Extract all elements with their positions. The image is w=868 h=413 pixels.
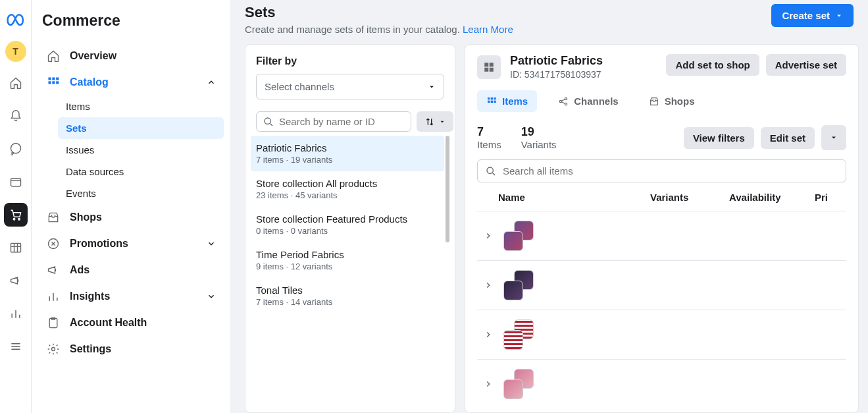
chevron-right-icon[interactable] bbox=[482, 231, 494, 240]
nav-label: Account Health bbox=[70, 317, 147, 329]
set-title: Store collection Featured Products bbox=[256, 213, 439, 225]
page-header: Sets Create and manage sets of items in … bbox=[230, 0, 868, 39]
svg-rect-20 bbox=[491, 97, 493, 99]
nav-label: Ads bbox=[70, 264, 89, 276]
tab-shops[interactable]: Shops bbox=[640, 90, 704, 112]
set-meta: 0 items · 0 variants bbox=[256, 226, 439, 236]
orders-icon[interactable] bbox=[4, 170, 28, 194]
nav-overview[interactable]: Overview bbox=[38, 43, 224, 69]
set-row[interactable]: Store collection All products 23 items ·… bbox=[251, 171, 444, 207]
svg-rect-24 bbox=[494, 100, 496, 102]
chat-icon[interactable] bbox=[4, 137, 28, 161]
svg-rect-19 bbox=[488, 97, 490, 99]
caret-down-icon bbox=[428, 83, 436, 91]
nav-ads[interactable]: Ads bbox=[38, 257, 224, 283]
edit-set-button[interactable]: Edit set bbox=[761, 127, 815, 149]
channel-select[interactable]: Select channels bbox=[256, 74, 444, 99]
nav-settings[interactable]: Settings bbox=[38, 336, 224, 362]
set-row[interactable]: Store collection Featured Products 0 ite… bbox=[251, 207, 444, 242]
count-number: 19 bbox=[521, 125, 557, 139]
commerce-icon[interactable] bbox=[4, 203, 28, 227]
nav-catalog[interactable]: Catalog bbox=[38, 69, 224, 96]
meta-logo[interactable] bbox=[4, 8, 28, 32]
item-thumbnail bbox=[503, 221, 534, 251]
table-row[interactable] bbox=[477, 211, 846, 260]
icon-rail: T bbox=[0, 0, 32, 413]
svg-point-0 bbox=[11, 144, 20, 153]
set-meta: 7 items · 14 variants bbox=[256, 297, 439, 307]
nav-shops[interactable]: Shops bbox=[38, 204, 224, 231]
chevron-right-icon[interactable] bbox=[482, 379, 494, 389]
create-set-button[interactable]: Create set bbox=[771, 4, 854, 27]
chevron-right-icon[interactable] bbox=[482, 330, 494, 339]
filter-panel: Filter by Select channels bbox=[245, 44, 455, 413]
table-row[interactable] bbox=[477, 260, 846, 310]
svg-rect-5 bbox=[49, 78, 51, 80]
tab-label: Channels bbox=[574, 96, 619, 107]
chevron-right-icon[interactable] bbox=[482, 281, 494, 290]
megaphone-icon[interactable] bbox=[4, 269, 28, 292]
page-title: Sets bbox=[245, 4, 513, 21]
svg-rect-17 bbox=[484, 68, 488, 72]
item-search-field[interactable] bbox=[503, 165, 838, 177]
set-search-field[interactable] bbox=[279, 116, 404, 127]
tab-label: Items bbox=[502, 96, 528, 107]
chevron-down-icon bbox=[207, 292, 216, 301]
set-row[interactable]: Patriotic Fabrics 7 items · 19 variants bbox=[251, 136, 444, 171]
home-icon[interactable] bbox=[4, 71, 28, 95]
caret-down-icon bbox=[439, 119, 446, 125]
advertise-set-button[interactable]: Advertise set bbox=[766, 54, 846, 76]
table-row[interactable] bbox=[477, 359, 846, 408]
variants-count: 19 Variants bbox=[521, 125, 557, 150]
nav-label: Catalog bbox=[70, 76, 109, 88]
svg-rect-6 bbox=[52, 78, 55, 80]
column-availability: Availability bbox=[729, 192, 815, 203]
table-row[interactable] bbox=[477, 310, 846, 359]
column-name: Name bbox=[498, 192, 650, 203]
learn-more-link[interactable]: Learn More bbox=[463, 24, 513, 35]
view-filters-button[interactable]: View filters bbox=[684, 127, 754, 149]
set-meta: 23 items · 45 variants bbox=[256, 190, 439, 200]
nav-catalog-events[interactable]: Events bbox=[58, 182, 224, 204]
nav-catalog-issues[interactable]: Issues bbox=[58, 139, 224, 161]
megaphone-icon bbox=[46, 263, 61, 277]
menu-icon[interactable] bbox=[4, 335, 28, 358]
tab-items[interactable]: Items bbox=[477, 90, 537, 112]
svg-rect-8 bbox=[49, 81, 51, 84]
svg-rect-16 bbox=[490, 63, 494, 67]
nav-catalog-sets[interactable]: Sets bbox=[58, 117, 224, 139]
button-label: Create set bbox=[782, 10, 830, 21]
tag-icon bbox=[46, 237, 61, 250]
bell-icon[interactable] bbox=[4, 104, 28, 128]
svg-rect-18 bbox=[490, 68, 494, 72]
sort-button[interactable] bbox=[417, 111, 453, 132]
nav-catalog-items[interactable]: Items bbox=[58, 96, 224, 117]
tab-channels[interactable]: Channels bbox=[549, 90, 628, 112]
user-avatar[interactable]: T bbox=[5, 41, 26, 62]
storefront-icon bbox=[649, 96, 659, 107]
subtitle-text: Create and manage sets of items in your … bbox=[245, 24, 463, 35]
set-row[interactable]: Time Period Fabrics 9 items · 12 variant… bbox=[251, 242, 444, 278]
table-icon[interactable] bbox=[4, 236, 28, 260]
scrollbar[interactable] bbox=[446, 136, 449, 242]
set-title: Tonal Tiles bbox=[256, 285, 439, 296]
item-search-input[interactable] bbox=[477, 159, 846, 182]
svg-rect-22 bbox=[488, 100, 490, 102]
svg-point-14 bbox=[265, 118, 270, 124]
set-search-input[interactable] bbox=[256, 111, 411, 132]
analytics-icon[interactable] bbox=[4, 302, 28, 325]
nav-insights[interactable]: Insights bbox=[38, 283, 224, 310]
set-row[interactable]: Tonal Tiles 7 items · 14 variants bbox=[251, 278, 444, 314]
analytics-icon bbox=[46, 290, 61, 303]
add-to-shop-button[interactable]: Add set to shop bbox=[666, 54, 759, 76]
nav-promotions[interactable]: Promotions bbox=[38, 231, 224, 257]
svg-rect-15 bbox=[484, 63, 488, 67]
count-label: Items bbox=[477, 139, 501, 150]
chevron-up-icon bbox=[207, 78, 216, 87]
nav-label: Promotions bbox=[70, 238, 128, 250]
nav-catalog-data-sources[interactable]: Data sources bbox=[58, 161, 224, 182]
nav-account-health[interactable]: Account Health bbox=[38, 310, 224, 336]
more-actions-button[interactable] bbox=[821, 125, 846, 150]
sidebar: Commerce Overview Catalog Items Sets Iss… bbox=[32, 0, 230, 413]
table-header: Name Variants Availability Pri bbox=[477, 182, 846, 211]
